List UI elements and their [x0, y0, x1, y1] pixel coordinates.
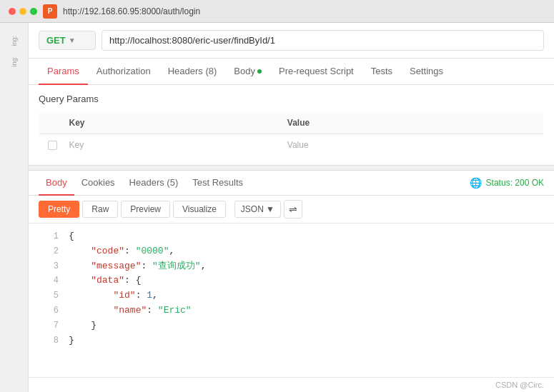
line-num: 3	[39, 260, 59, 273]
maximize-button[interactable]	[30, 8, 37, 15]
format-type-select[interactable]: JSON ▼	[234, 201, 281, 218]
params-table: Key Value Key Value	[39, 111, 544, 156]
json-line-2: 2 "code": "0000",	[39, 244, 544, 259]
request-tabs: Params Authorization Headers (8) Body Pr…	[29, 59, 554, 85]
row-checkbox[interactable]	[48, 141, 57, 150]
value-col-header: Value	[279, 112, 544, 134]
tab-params[interactable]: Params	[39, 59, 88, 85]
url-bar: GET ▼	[29, 23, 554, 59]
main-panel: GET ▼ Params Authorization Headers (8) B…	[29, 23, 554, 392]
json-line-4: 4 "data": {	[39, 273, 544, 288]
chevron-down-icon: ▼	[266, 204, 274, 214]
line-num: 2	[39, 245, 59, 258]
method-select[interactable]: GET ▼	[39, 31, 96, 50]
query-params-section: Query Params Key Value Key Value	[29, 85, 554, 165]
visualize-button[interactable]: Visualize	[173, 201, 226, 218]
json-line-1: 1 {	[39, 229, 544, 244]
title-url: http://192.168.60.95:8000/auth/login	[63, 6, 545, 16]
response-tab-cookies[interactable]: Cookies	[74, 171, 122, 196]
key-cell[interactable]: Key	[61, 134, 279, 156]
footer: CSDN @Circ.	[29, 377, 554, 392]
json-line-3: 3 "message": "查询成功",	[39, 259, 544, 274]
sidebar: ing: ing:	[0, 23, 29, 392]
line-num: 6	[39, 304, 59, 318]
response-status: 🌐 Status: 200 OK	[470, 177, 544, 189]
response-tab-test-results[interactable]: Test Results	[185, 171, 250, 196]
response-toolbar: Pretty Raw Preview Visualize JSON ▼ ⇌	[29, 196, 554, 223]
response-tabs: Body Cookies Headers (5) Test Results 🌐 …	[29, 171, 554, 196]
key-col-header: Key	[61, 112, 279, 134]
line-num: 5	[39, 289, 59, 303]
section-divider	[29, 165, 554, 171]
response-tab-body[interactable]: Body	[39, 171, 74, 196]
chevron-down-icon: ▼	[69, 36, 76, 44]
response-tab-headers[interactable]: Headers (5)	[122, 171, 186, 196]
line-num: 1	[39, 230, 59, 243]
body-dot-icon	[257, 69, 262, 74]
sidebar-label-2: ing:	[11, 56, 18, 67]
globe-icon: 🌐	[470, 177, 482, 189]
line-num: 4	[39, 274, 59, 288]
sidebar-label-1: ing:	[11, 36, 18, 46]
status-badge: Status: 200 OK	[486, 178, 544, 188]
minimize-button[interactable]	[19, 8, 26, 15]
app-icon: P	[43, 4, 57, 19]
tab-body[interactable]: Body	[225, 59, 270, 85]
tab-pre-request[interactable]: Pre-request Script	[270, 59, 362, 85]
tab-settings[interactable]: Settings	[401, 59, 452, 85]
checkbox-col-header	[39, 112, 61, 134]
pretty-button[interactable]: Pretty	[39, 201, 79, 218]
table-row: Key Value	[39, 134, 544, 156]
title-bar: P http://192.168.60.95:8000/auth/login	[0, 0, 554, 23]
tab-authorization[interactable]: Authorization	[88, 59, 159, 85]
tab-headers[interactable]: Headers (8)	[159, 59, 226, 85]
raw-button[interactable]: Raw	[82, 201, 118, 218]
json-line-8: 8 }	[39, 333, 544, 348]
traffic-lights	[9, 8, 37, 15]
tab-tests[interactable]: Tests	[362, 59, 401, 85]
preview-button[interactable]: Preview	[121, 201, 170, 218]
json-line-7: 7 }	[39, 318, 544, 333]
json-line-6: 6 "name": "Eric"	[39, 303, 544, 318]
line-num: 7	[39, 319, 59, 333]
footer-text: CSDN @Circ.	[495, 381, 544, 389]
json-line-5: 5 "id": 1,	[39, 288, 544, 303]
close-button[interactable]	[9, 8, 16, 15]
value-cell[interactable]: Value	[279, 134, 544, 156]
line-num: 8	[39, 334, 59, 348]
method-label: GET	[46, 35, 66, 46]
url-input[interactable]	[102, 30, 544, 51]
response-section: Body Cookies Headers (5) Test Results 🌐 …	[29, 171, 554, 392]
query-params-title: Query Params	[39, 94, 544, 104]
wrap-button[interactable]: ⇌	[284, 200, 302, 218]
json-viewer: 1 { 2 "code": "0000", 3 "message": "查询成功…	[29, 223, 554, 377]
